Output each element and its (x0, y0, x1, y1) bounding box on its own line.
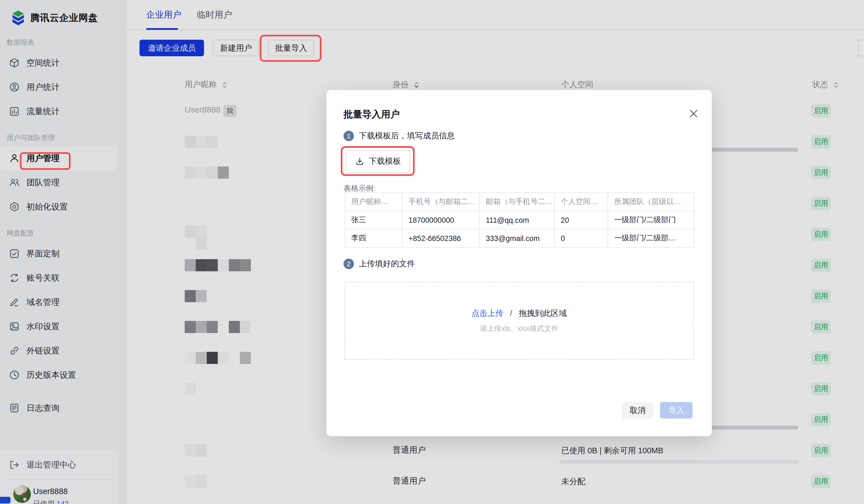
download-template-button[interactable]: 下载模板 (346, 150, 410, 172)
step-2-number: 2 (344, 259, 354, 269)
upload-hint: 请上传xls、xlsx格式文件 (480, 323, 559, 333)
close-icon[interactable] (690, 110, 697, 118)
example-table-cell: 111@qq.com (479, 211, 554, 229)
batch-import-modal: 批量导入用户 1 下载模板后，填写成员信息 下载模板 表格示例: 用户昵称…手机… (326, 90, 712, 436)
click-to-upload-link[interactable]: 点击上传 (471, 309, 503, 317)
example-table-cell: 一级部门/二级部门 (608, 211, 694, 229)
modal-footer: 取消 导入 (622, 402, 693, 419)
example-table-header: 所属团队（层级以… (608, 193, 694, 211)
example-table: 用户昵称…手机号（与邮箱二…邮箱（与手机号二…个人空间…所属团队（层级以…张三1… (345, 192, 694, 248)
example-table-header: 用户昵称… (345, 193, 402, 211)
download-icon (355, 157, 364, 166)
example-table-row: 张三18700000000111@qq.com20一级部门/二级部门 (345, 211, 694, 229)
example-table-cell: 333@gmail.com (479, 229, 554, 247)
upload-dropzone[interactable]: 点击上传 / 拖拽到此区域 请上传xls、xlsx格式文件 (345, 282, 694, 360)
example-table-cell: 一级部门/二级部… (608, 229, 694, 247)
cancel-button[interactable]: 取消 (622, 402, 653, 419)
example-table-cell: +852-66502386 (402, 229, 479, 247)
import-button-disabled[interactable]: 导入 (660, 402, 693, 419)
example-table-header: 邮箱（与手机号二… (479, 193, 554, 211)
example-table-header: 个人空间… (554, 193, 608, 211)
example-table-cell: 李四 (345, 229, 402, 247)
drag-area-text: 拖拽到此区域 (519, 309, 567, 317)
step-2: 2 上传填好的文件 (344, 259, 415, 269)
example-table-cell: 张三 (345, 211, 402, 229)
example-table-cell: 0 (554, 229, 608, 247)
step-1: 1 下载模板后，填写成员信息 (344, 131, 455, 141)
step-1-text: 下载模板后，填写成员信息 (359, 131, 455, 141)
step-1-number: 1 (344, 131, 354, 141)
example-table-row: 李四+852-66502386333@gmail.com0一级部门/二级部… (345, 229, 694, 247)
example-table-cell: 18700000000 (402, 211, 479, 229)
modal-title: 批量导入用户 (344, 108, 400, 121)
example-table-header: 手机号（与邮箱二… (402, 193, 479, 211)
page: 腾讯云企业网盘 数据报表 空间统计 用户统计 流量统计 用户与团队管理 用户管理… (0, 0, 864, 504)
example-table-label: 表格示例: (344, 184, 375, 194)
example-table-cell: 20 (554, 211, 608, 229)
step-2-text: 上传填好的文件 (359, 259, 415, 269)
